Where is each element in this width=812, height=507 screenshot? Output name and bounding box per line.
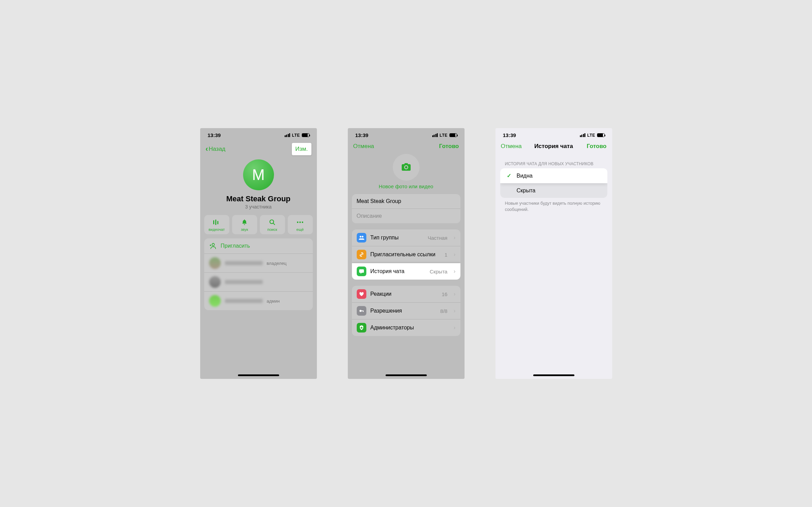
status-bar: 13:39 LTE bbox=[200, 128, 317, 141]
phone-screen-chat-history: 13:39 LTE Отмена История чата Готово ИСТ… bbox=[495, 128, 612, 379]
permissions-value: 8/8 bbox=[440, 308, 447, 314]
member-row[interactable]: админ bbox=[204, 292, 313, 310]
members-list: Пригласить владелец админ bbox=[204, 238, 313, 310]
invite-links-value: 1 bbox=[445, 252, 447, 258]
done-label: Готово bbox=[587, 143, 607, 150]
back-button[interactable]: ‹ Назад bbox=[206, 145, 226, 153]
battery-icon bbox=[302, 133, 309, 137]
videochat-label: видеочат bbox=[208, 227, 225, 232]
cancel-button[interactable]: Отмена bbox=[501, 143, 522, 150]
bell-icon bbox=[241, 218, 248, 226]
group-name-input[interactable]: Meat Steak Group bbox=[352, 194, 460, 209]
home-indicator bbox=[533, 374, 574, 376]
svg-line-4 bbox=[273, 223, 275, 225]
settings-block-1: Тип группы Частная › Пригласительные ссы… bbox=[352, 229, 460, 280]
svg-point-6 bbox=[299, 222, 301, 223]
cancel-button[interactable]: Отмена bbox=[353, 143, 374, 150]
more-icon bbox=[297, 218, 304, 226]
member-row[interactable]: владелец bbox=[204, 254, 313, 273]
description-input[interactable]: Описание bbox=[352, 209, 460, 223]
reactions-value: 16 bbox=[442, 291, 447, 297]
svg-rect-1 bbox=[215, 219, 216, 225]
heart-icon bbox=[357, 289, 366, 299]
option-visible[interactable]: ✓ Видна bbox=[500, 168, 607, 183]
option-visible-label: Видна bbox=[517, 173, 533, 179]
group-name-value: Meat Steak Group bbox=[357, 198, 401, 204]
videochat-icon bbox=[213, 218, 220, 226]
invite-button[interactable]: Пригласить bbox=[204, 238, 313, 254]
status-time: 13:39 bbox=[503, 132, 516, 138]
description-placeholder: Описание bbox=[357, 213, 382, 219]
section-header: ИСТОРИЯ ЧАТА ДЛЯ НОВЫХ УЧАСТНИКОВ bbox=[499, 154, 609, 168]
status-bar: 13:39 LTE bbox=[348, 128, 465, 141]
name-description-block: Meat Steak Group Описание bbox=[352, 194, 460, 223]
chevron-right-icon: › bbox=[454, 308, 455, 314]
done-button[interactable]: Готово bbox=[439, 143, 459, 150]
nav-bar: Отмена Готово bbox=[348, 141, 465, 154]
member-avatar bbox=[209, 295, 221, 307]
reactions-label: Реакции bbox=[370, 291, 438, 297]
svg-rect-0 bbox=[213, 220, 214, 224]
sound-label: звук bbox=[241, 227, 248, 232]
add-user-icon bbox=[209, 243, 217, 249]
done-label: Готово bbox=[439, 143, 459, 150]
group-type-icon bbox=[357, 233, 366, 243]
chat-history-row[interactable]: История чата Скрыта › bbox=[352, 263, 460, 280]
member-role: админ bbox=[267, 298, 280, 304]
signal-icon bbox=[580, 133, 586, 137]
edit-button[interactable]: Изм. bbox=[292, 143, 311, 155]
group-type-label: Тип группы bbox=[370, 235, 424, 241]
home-indicator bbox=[238, 374, 279, 376]
avatar-edit-button[interactable] bbox=[393, 154, 420, 181]
nav-bar: ‹ Назад Изм. bbox=[200, 141, 317, 159]
cancel-label: Отмена bbox=[353, 143, 374, 150]
member-avatar bbox=[209, 276, 221, 288]
network-label: LTE bbox=[439, 133, 447, 138]
group-type-value: Частная bbox=[428, 235, 447, 241]
member-name-blurred bbox=[225, 261, 263, 265]
member-avatar bbox=[209, 257, 221, 269]
new-photo-button[interactable]: Новое фото или видео bbox=[352, 183, 460, 189]
chevron-right-icon: › bbox=[454, 268, 455, 274]
settings-block-2: Реакции 16 › Разрешения 8/8 › Администра… bbox=[352, 286, 460, 336]
status-time: 13:39 bbox=[208, 132, 221, 138]
search-button[interactable]: поиск bbox=[260, 215, 285, 234]
svg-point-12 bbox=[362, 236, 363, 238]
sound-button[interactable]: звук bbox=[232, 215, 257, 234]
chat-history-value: Скрыта bbox=[430, 269, 448, 274]
chat-icon bbox=[357, 267, 366, 276]
home-indicator bbox=[386, 374, 427, 376]
option-hidden[interactable]: Скрыта bbox=[500, 183, 607, 198]
visibility-options: ✓ Видна Скрыта bbox=[500, 168, 607, 198]
svg-point-5 bbox=[297, 222, 298, 223]
phone-screen-group-edit: 13:39 LTE Отмена Готово Новое фото или в… bbox=[348, 128, 465, 379]
more-label: ещё bbox=[296, 227, 304, 232]
member-role: владелец bbox=[267, 261, 287, 266]
admins-label: Администраторы bbox=[370, 325, 448, 331]
avatar-letter: M bbox=[252, 166, 265, 183]
invite-links-row[interactable]: Пригласительные ссылки 1 › bbox=[352, 246, 460, 263]
permissions-row[interactable]: Разрешения 8/8 › bbox=[352, 303, 460, 319]
done-button[interactable]: Готово bbox=[587, 143, 607, 150]
member-row[interactable] bbox=[204, 273, 313, 292]
back-label: Назад bbox=[209, 146, 226, 153]
signal-icon bbox=[432, 133, 438, 137]
link-icon bbox=[357, 250, 366, 259]
reactions-row[interactable]: Реакции 16 › bbox=[352, 286, 460, 303]
search-label: поиск bbox=[267, 227, 277, 232]
camera-icon bbox=[401, 163, 411, 172]
more-button[interactable]: ещё bbox=[288, 215, 313, 234]
svg-rect-2 bbox=[217, 221, 218, 224]
member-name-blurred bbox=[225, 299, 263, 303]
group-type-row[interactable]: Тип группы Частная › bbox=[352, 229, 460, 246]
invite-links-label: Пригласительные ссылки bbox=[370, 251, 441, 258]
videochat-button[interactable]: видеочат bbox=[204, 215, 229, 234]
status-time: 13:39 bbox=[355, 132, 368, 138]
group-avatar[interactable]: M bbox=[243, 159, 274, 190]
page-title: История чата bbox=[534, 143, 573, 150]
cancel-label: Отмена bbox=[501, 143, 522, 150]
chat-history-label: История чата bbox=[370, 268, 426, 274]
battery-icon bbox=[449, 133, 457, 137]
group-title: Meat Steak Group bbox=[204, 194, 313, 203]
admins-row[interactable]: Администраторы › bbox=[352, 319, 460, 336]
